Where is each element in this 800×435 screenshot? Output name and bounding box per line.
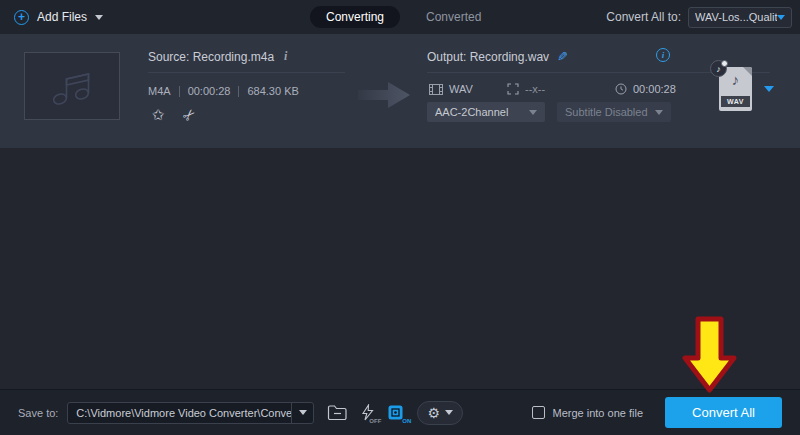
output-resolution: --x-- [525,83,545,95]
cut-scissors-icon[interactable]: ✂ [180,106,198,124]
edit-tools: ✩ ✂ [149,106,198,124]
convert-all-to-dropdown[interactable]: WAV-Los...Quality [688,7,792,28]
chevron-down-icon [299,410,307,415]
merge-checkbox[interactable] [532,406,545,419]
hardware-accel-off-button[interactable]: OFF [361,404,374,421]
output-info-icon[interactable]: i [656,48,670,62]
add-files-label: Add Files [37,10,87,24]
file-list-empty-area [0,148,800,389]
source-file-title: Source: Recording.m4a [148,50,274,64]
off-label: OFF [369,418,381,424]
settings-button[interactable]: ⚙ [417,401,463,425]
convert-all-to-label: Convert All to: [606,10,681,24]
resolution-icon [507,83,519,95]
save-path-dropdown-button[interactable] [291,403,313,423]
divider [148,72,345,73]
edit-effects-icon[interactable]: ✩ [149,106,167,124]
source-size: 684.30 KB [247,85,298,97]
clock-icon [615,83,627,95]
audio-track-dropdown[interactable]: AAC-2Channel [427,102,545,122]
open-folder-button[interactable] [327,404,348,421]
chevron-down-icon [445,410,453,415]
convert-all-to-group: Convert All to: WAV-Los...Quality [606,0,792,34]
output-filetype-icon[interactable]: ♪ WAV ♪ [719,67,752,111]
save-path-value: C:\Vidmore\Vidmore Video Converter\Conve… [68,407,291,419]
top-toolbar: + Add Files Converting Converted Convert… [0,0,800,34]
filetype-badge: WAV [721,96,750,107]
gear-icon: ⚙ [428,406,441,420]
bottom-toolbar: Save to: C:\Vidmore\Vidmore Video Conver… [0,389,800,435]
on-label: ON [402,418,411,424]
chevron-down-icon [655,110,663,115]
rename-pencil-icon[interactable]: ✎ [557,49,568,64]
output-file-title: Output: Recording.wav [427,50,549,64]
subtitle-value: Subtitle Disabled [565,106,655,118]
save-to-label: Save to: [18,407,58,419]
output-duration: 00:00:28 [633,83,676,95]
format-chevron-down-icon[interactable] [764,86,774,92]
source-to-output-arrow-icon [358,80,410,110]
film-icon [429,84,443,95]
chevron-down-icon [529,110,537,115]
merge-label: Merge into one file [553,407,644,419]
add-plus-icon: + [14,10,29,25]
audio-thumbnail [24,52,120,120]
add-files-button[interactable]: + Add Files [14,0,103,34]
music-note-icon [49,65,95,107]
save-path-field[interactable]: C:\Vidmore\Vidmore Video Converter\Conve… [67,402,314,424]
source-duration: 00:00:28 [188,85,231,97]
folder-icon [327,404,348,421]
source-format: M4A [148,85,171,97]
format-settings-badge-icon: ♪ [710,60,727,77]
source-meta: M4A 00:00:28 684.30 KB [148,85,299,97]
source-info-icon[interactable]: i [284,49,287,64]
convert-all-button[interactable]: Convert All [665,397,782,428]
output-format: WAV [449,83,473,95]
chevron-down-icon [777,15,785,20]
audio-track-value: AAC-2Channel [435,106,529,118]
subtitle-dropdown[interactable]: Subtitle Disabled [557,102,671,122]
gpu-accel-on-button[interactable]: ON [387,404,404,421]
tab-converting[interactable]: Converting [310,6,400,28]
tab-converted[interactable]: Converted [420,6,487,28]
convert-all-to-value: WAV-Los...Quality [695,11,777,23]
chevron-down-icon [95,15,103,20]
vidmore-converter-window: + Add Files Converting Converted Convert… [0,0,800,435]
view-tabs: Converting Converted [310,0,487,34]
file-item-row: Source: Recording.m4a i M4A 00:00:28 684… [0,34,800,148]
